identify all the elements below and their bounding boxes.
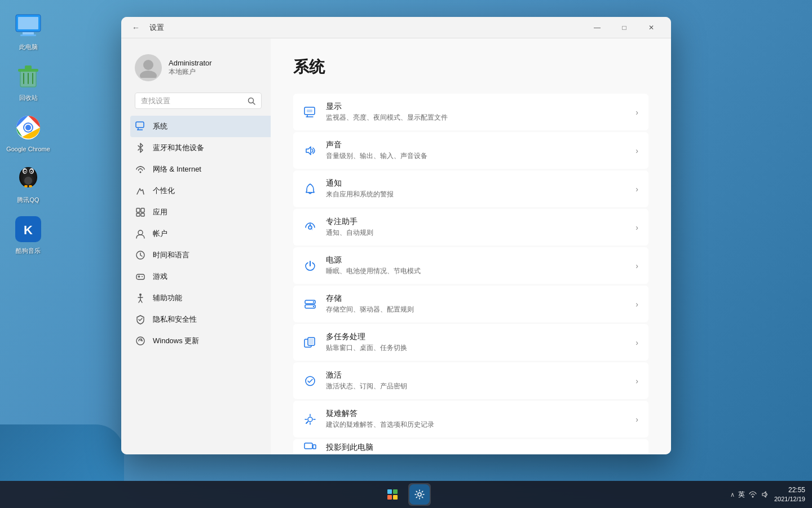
settings-item-troubleshoot[interactable]: 疑难解答 建议的疑难解答、首选项和历史记录 › — [293, 401, 648, 437]
troubleshoot-arrow-icon: › — [636, 415, 638, 424]
qq-icon — [14, 164, 42, 192]
svg-point-64 — [313, 305, 314, 306]
taskbar-clock[interactable]: 22:55 2021/12/19 — [774, 485, 805, 503]
svg-point-80 — [418, 493, 421, 496]
title-controls: — □ ✕ — [584, 19, 664, 37]
sidebar-item-personalization[interactable]: 个性化 — [130, 180, 271, 202]
sidebar-item-system[interactable]: 系统 — [130, 116, 271, 137]
personalization-icon — [135, 185, 146, 196]
svg-rect-67 — [309, 339, 314, 344]
sidebar-item-personalization-label: 个性化 — [153, 186, 175, 196]
tray-network-icon — [748, 490, 757, 499]
settings-item-projection[interactable]: 投影到此电脑 — [293, 439, 648, 454]
settings-item-notifications[interactable]: 通知 来自应用和系统的警报 › — [293, 170, 648, 207]
sidebar-item-bluetooth-label: 蓝牙和其他设备 — [153, 143, 204, 153]
svg-point-63 — [313, 301, 314, 302]
sidebar-item-system-label: 系统 — [153, 121, 167, 132]
notifications-text: 通知 来自应用和系统的警报 — [326, 178, 626, 199]
sidebar-item-apps[interactable]: 应用 — [130, 202, 271, 223]
network-icon — [135, 164, 146, 175]
sidebar-item-accessibility[interactable]: 辅助功能 — [130, 287, 271, 309]
back-arrow-icon: ← — [132, 23, 140, 32]
troubleshoot-icon — [303, 413, 317, 426]
power-arrow-icon: › — [636, 261, 638, 270]
sidebar-item-bluetooth[interactable]: 蓝牙和其他设备 — [130, 137, 271, 159]
desktop-icon-kuwo-music[interactable]: K 酷狗音乐 — [6, 215, 51, 255]
svg-rect-76 — [387, 489, 392, 494]
notifications-icon — [303, 182, 317, 196]
profile-section[interactable]: Administrator 本地账户 — [130, 47, 271, 88]
taskbar-right: ∧ 英 22:55 2021/12/19 — [730, 485, 805, 503]
sidebar-item-network[interactable]: 网络 & Internet — [130, 159, 271, 180]
troubleshoot-text: 疑难解答 建议的疑难解答、首选项和历史记录 — [326, 409, 626, 430]
activation-icon — [303, 374, 317, 388]
display-arrow-icon: › — [636, 108, 638, 117]
svg-line-32 — [253, 102, 255, 104]
settings-item-multitasking[interactable]: 多任务处理 贴靠窗口、桌面、任务切换 › — [293, 324, 648, 361]
svg-point-36 — [140, 172, 142, 173]
settings-item-storage[interactable]: 存储 存储空间、驱动器、配置规则 › — [293, 286, 648, 322]
sidebar-item-privacy[interactable]: 隐私和安全性 — [130, 309, 271, 330]
close-button[interactable]: ✕ — [638, 19, 664, 37]
svg-rect-25 — [24, 185, 28, 187]
search-input[interactable] — [141, 97, 243, 105]
svg-point-54 — [136, 337, 144, 345]
svg-point-29 — [143, 60, 153, 70]
taskbar-time-display: 22:55 — [774, 485, 805, 495]
settings-item-focus[interactable]: 专注助手 通知、自动规则 › — [293, 209, 648, 246]
svg-rect-58 — [307, 110, 312, 112]
sidebar-item-gaming[interactable]: 游戏 — [130, 266, 271, 287]
activation-text: 激活 激活状态、订阅、产品密钥 — [326, 370, 626, 391]
minimize-icon: — — [594, 24, 601, 32]
desktop-icon-recycle-bin[interactable]: 回收站 — [6, 62, 51, 102]
focus-title: 专注助手 — [326, 217, 626, 227]
chrome-label: Google Chrome — [6, 145, 50, 153]
accessibility-icon — [135, 292, 146, 304]
sidebar-item-time[interactable]: 时间和语言 — [130, 244, 271, 266]
sidebar-item-accounts[interactable]: 帐户 — [130, 223, 271, 244]
svg-point-48 — [142, 276, 143, 277]
sidebar-item-accounts-label: 帐户 — [153, 229, 167, 239]
desktop-icon-qq[interactable]: 腾讯QQ — [6, 164, 51, 204]
sidebar-nav: 系统 蓝牙和其他设备 — [130, 116, 271, 352]
power-title: 电源 — [326, 255, 626, 265]
decorative-shape — [0, 424, 124, 481]
tray-chevron-icon[interactable]: ∧ — [730, 491, 735, 498]
bluetooth-icon — [135, 142, 146, 154]
minimize-button[interactable]: — — [584, 19, 610, 37]
multitasking-text: 多任务处理 贴靠窗口、桌面、任务切换 — [326, 332, 626, 353]
sidebar-item-windows-update[interactable]: Windows 更新 — [130, 330, 271, 352]
storage-icon — [303, 297, 317, 311]
taskbar-date-display: 2021/12/19 — [774, 495, 805, 503]
settings-item-sound[interactable]: 声音 音量级别、输出、输入、声音设备 › — [293, 132, 648, 169]
desktop-icon-google-chrome[interactable]: Google Chrome — [6, 113, 51, 153]
svg-line-52 — [139, 300, 140, 303]
svg-point-81 — [752, 496, 753, 498]
content-area: 系统 显示 — [271, 38, 671, 454]
maximize-button[interactable]: □ — [611, 19, 637, 37]
svg-point-22 — [31, 171, 32, 172]
back-button[interactable]: ← — [128, 20, 144, 36]
sidebar-item-gaming-label: 游戏 — [153, 271, 167, 282]
projection-icon — [303, 441, 317, 454]
system-icon — [135, 121, 146, 132]
tray-lang[interactable]: 英 — [738, 490, 745, 500]
taskbar-settings-button[interactable] — [408, 483, 431, 506]
search-box[interactable] — [135, 93, 262, 109]
start-button[interactable] — [381, 483, 404, 506]
desktop-icon-this-pc[interactable]: 此电脑 — [6, 11, 51, 51]
sidebar: Administrator 本地账户 — [121, 38, 271, 454]
svg-rect-77 — [393, 489, 398, 494]
svg-point-21 — [25, 171, 26, 172]
storage-arrow-icon: › — [636, 300, 638, 309]
focus-icon — [303, 221, 317, 234]
recycle-bin-icon — [14, 62, 42, 90]
settings-item-power[interactable]: 电源 睡眠、电池使用情况、节电模式 › — [293, 247, 648, 284]
projection-text: 投影到此电脑 — [326, 443, 638, 453]
settings-item-activation[interactable]: 激活 激活状态、订阅、产品密钥 › — [293, 362, 648, 399]
profile-avatar — [135, 54, 162, 81]
settings-item-display[interactable]: 显示 监视器、亮度、夜间模式、显示配置文件 › — [293, 94, 648, 130]
storage-desc: 存储空间、驱动器、配置规则 — [326, 305, 626, 314]
svg-rect-45 — [136, 274, 144, 279]
multitasking-icon — [303, 336, 317, 349]
